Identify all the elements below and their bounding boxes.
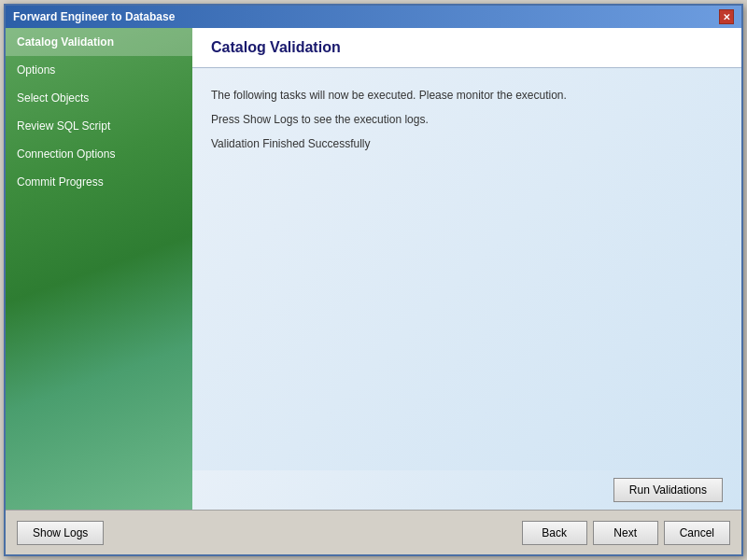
close-button[interactable]: ✕ — [719, 9, 734, 24]
sidebar-item-review-sql-script[interactable]: Review SQL Script — [6, 112, 192, 140]
footer-right: Back Next Cancel — [522, 521, 730, 545]
run-validations-row: Run Validations — [192, 470, 741, 510]
run-validations-button[interactable]: Run Validations — [613, 478, 723, 502]
sidebar-item-options[interactable]: Options — [6, 56, 192, 84]
footer-left: Show Logs — [17, 521, 104, 545]
content-header: Catalog Validation — [192, 28, 741, 68]
footer: Show Logs Back Next Cancel — [6, 510, 741, 554]
window-title: Forward Engineer to Database — [13, 10, 175, 23]
sidebar-item-commit-progress[interactable]: Commit Progress — [6, 168, 192, 196]
title-bar: Forward Engineer to Database ✕ — [6, 6, 741, 28]
description-line2: Press Show Logs to see the execution log… — [211, 111, 723, 128]
main-window: Forward Engineer to Database ✕ Catalog V… — [4, 4, 743, 556]
back-button[interactable]: Back — [522, 521, 587, 545]
show-logs-button[interactable]: Show Logs — [17, 521, 104, 545]
sidebar: Catalog Validation Options Select Object… — [6, 28, 192, 510]
main-content: Catalog Validation Options Select Object… — [6, 28, 741, 510]
sidebar-item-select-objects[interactable]: Select Objects — [6, 84, 192, 112]
content-heading: Catalog Validation — [211, 39, 723, 56]
description-line1: The following tasks will now be executed… — [211, 87, 723, 104]
cancel-button[interactable]: Cancel — [664, 521, 730, 545]
sidebar-item-catalog-validation[interactable]: Catalog Validation — [6, 28, 192, 56]
sidebar-item-connection-options[interactable]: Connection Options — [6, 140, 192, 168]
next-button[interactable]: Next — [593, 521, 658, 545]
validation-result: Validation Finished Successfully — [211, 135, 723, 152]
content-area: Catalog Validation The following tasks w… — [192, 28, 741, 510]
content-body: The following tasks will now be executed… — [192, 68, 741, 470]
